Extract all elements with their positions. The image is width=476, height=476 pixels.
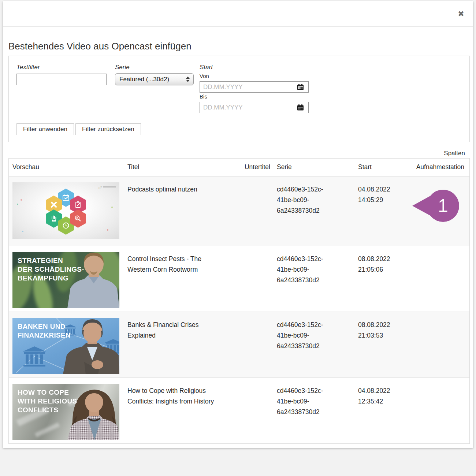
serie-select[interactable]: Featured (...30d2) xyxy=(115,73,194,85)
video-start: 08.08.2022 21:05:06 xyxy=(358,254,396,275)
unibe-logo: ub xyxy=(98,185,116,190)
table-row[interactable]: STRATEGIEN DER SCHÄDLINGS- BEKÄMPFUNG Co… xyxy=(9,246,469,312)
von-label: Von xyxy=(200,73,209,79)
table-row[interactable]: HOW TO COPE WITH RELIGIOUS CONFLICTS How… xyxy=(9,378,469,443)
table-header: Vorschau Titel Untertitel Serie Start Au… xyxy=(9,159,469,176)
calendar-icon xyxy=(297,104,304,111)
col-aufnahmestation: Aufnahmestation xyxy=(397,163,464,171)
video-serie: cd4460e3-152c-41be-bc09-6a24338730d2 xyxy=(277,386,336,417)
textfilter-input[interactable] xyxy=(16,74,107,85)
video-title: How to Cope with Religious Conflicts: In… xyxy=(127,386,215,407)
bis-calendar-button[interactable] xyxy=(292,102,309,113)
video-title: Banks & Financial Crises Explained xyxy=(127,320,215,341)
close-icon[interactable]: ✖ xyxy=(455,8,466,19)
video-start: 04.08.2022 14:05:29 xyxy=(358,184,396,205)
spalten-button[interactable]: Spalten xyxy=(444,150,465,157)
thumbnail-title-text: STRATEGIEN DER SCHÄDLINGS- BEKÄMPFUNG xyxy=(18,256,84,283)
serie-select-value: Featured (...30d2) xyxy=(115,76,186,83)
von-date-input[interactable] xyxy=(200,81,292,93)
video-thumbnail-podcasts[interactable]: ub xyxy=(12,182,119,239)
table-row[interactable]: BANKEN UND FINANZKRISEN Banks & Financia… xyxy=(9,312,469,378)
dialog-header xyxy=(3,1,473,26)
thumbnail-title-text: HOW TO COPE WITH RELIGIOUS CONFLICTS xyxy=(18,388,77,414)
calendar-icon xyxy=(297,84,304,90)
start-label: Start xyxy=(200,64,213,71)
annotation-number: 1 xyxy=(438,196,448,216)
video-serie: cd4460e3-152c-41be-bc09-6a24338730d2 xyxy=(277,320,336,352)
filter-apply-button[interactable]: Filter anwenden xyxy=(16,123,74,135)
thumbnail-title-text: BANKEN UND FINANZKRISEN xyxy=(18,322,71,340)
col-vorschau: Vorschau xyxy=(12,163,39,171)
table-row[interactable]: ub xyxy=(9,176,469,246)
von-calendar-button[interactable] xyxy=(292,81,309,93)
video-start: 04.08.2022 12:35:42 xyxy=(358,386,396,407)
header-divider xyxy=(3,26,473,27)
col-start: Start xyxy=(358,163,372,171)
filter-panel: Textfilter Serie Featured (...30d2) Star… xyxy=(8,56,470,142)
col-serie: Serie xyxy=(277,163,292,171)
video-serie: cd4460e3-152c-41be-bc09-6a24338730d2 xyxy=(277,254,336,286)
filter-reset-button[interactable]: Filter zurücksetzen xyxy=(75,123,141,135)
video-table: Vorschau Titel Untertitel Serie Start Au… xyxy=(8,158,470,444)
opencast-dialog: ✖ Bestehendes Video aus Opencast einfüge… xyxy=(3,1,473,448)
col-titel: Titel xyxy=(127,163,139,171)
bis-label: Bis xyxy=(200,93,207,100)
annotation-marker-1: 1 xyxy=(412,189,460,223)
video-title: Control Insect Pests - The Western Corn … xyxy=(127,254,215,275)
video-title: Podcasts optimal nutzen xyxy=(127,184,215,195)
serie-label: Serie xyxy=(115,64,130,71)
page-title: Bestehendes Video aus Opencast einfügen xyxy=(8,41,191,52)
col-untertitel: Untertitel xyxy=(217,163,270,171)
video-thumbnail-insect-pests[interactable]: STRATEGIEN DER SCHÄDLINGS- BEKÄMPFUNG xyxy=(12,252,119,308)
select-arrows-icon xyxy=(186,77,190,82)
video-start: 08.08.2022 21:03:53 xyxy=(358,320,396,341)
video-serie: cd4460e3-152c-41be-bc09-6a24338730d2 xyxy=(277,184,336,216)
video-thumbnail-religion[interactable]: HOW TO COPE WITH RELIGIOUS CONFLICTS xyxy=(12,384,119,440)
video-thumbnail-banks[interactable]: BANKEN UND FINANZKRISEN xyxy=(12,318,119,374)
textfilter-label: Textfilter xyxy=(16,64,40,71)
bis-date-input[interactable] xyxy=(200,102,292,113)
